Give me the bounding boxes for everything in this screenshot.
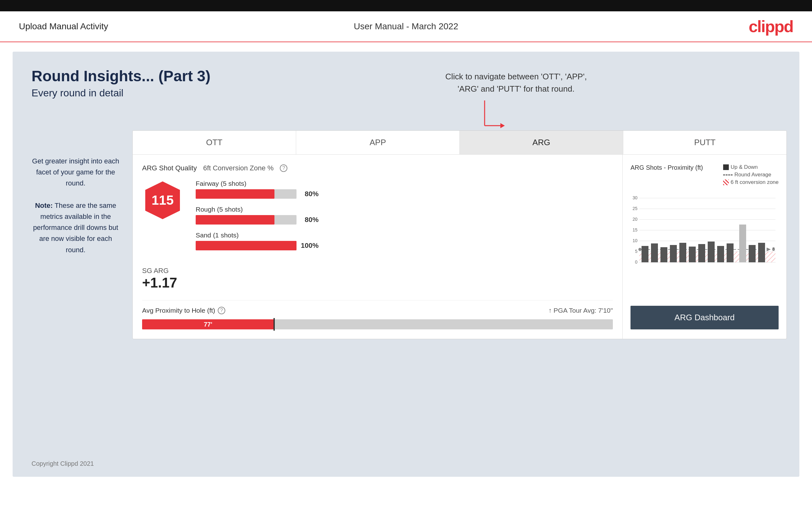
shot-quality-label: ARG Shot Quality (142, 164, 197, 172)
description-text1: Get greater insight into each facet of y… (32, 157, 119, 187)
note-label: Note: (35, 202, 53, 210)
svg-text:0: 0 (635, 260, 638, 265)
svg-rect-32 (717, 246, 724, 262)
main-content: Round Insights... (Part 3) Every round i… (13, 52, 799, 477)
bar-rough-label: Rough (5 shots) (196, 206, 613, 213)
svg-point-21 (639, 248, 642, 251)
bar-sand-percent: 100% (301, 241, 318, 250)
pga-avg: ↑ PGA Tour Avg: 7'10" (549, 307, 613, 314)
footer-copyright: Copyright Clippd 2021 (32, 460, 94, 467)
sg-value: +1.17 (142, 275, 613, 291)
avg-label: Round Average (734, 172, 771, 178)
bar-sand-label: Sand (1 shots) (196, 231, 613, 239)
svg-rect-33 (727, 243, 733, 262)
right-panel: ARG Shots - Proximity (ft) Up & Down Rou… (623, 155, 786, 339)
avg-icon (723, 174, 732, 175)
upload-manual-activity-label: Upload Manual Activity (19, 21, 108, 32)
nav-hint-line2: 'ARG' and 'PUTT' for that round. (445, 83, 587, 95)
svg-rect-27 (670, 245, 677, 262)
svg-text:30: 30 (632, 195, 638, 200)
bar-fairway-percent: 80% (305, 190, 318, 198)
card-body: ARG Shot Quality 6ft Conversion Zone % ?… (133, 155, 786, 339)
arg-dashboard-button[interactable]: ARG Dashboard (630, 306, 778, 329)
svg-rect-30 (698, 244, 705, 262)
chart-title: ARG Shots - Proximity (ft) (630, 164, 703, 171)
tab-app[interactable]: APP (296, 131, 460, 154)
left-panel: ARG Shot Quality 6ft Conversion Zone % ?… (133, 155, 623, 339)
proximity-track: 77' (142, 319, 613, 329)
tab-arg[interactable]: ARG (460, 131, 623, 154)
svg-marker-2 (500, 123, 505, 128)
svg-text:5: 5 (635, 249, 638, 254)
hex-value: 115 (152, 193, 173, 208)
proximity-label: Avg Proximity to Hole (ft) (142, 307, 215, 314)
svg-text:10: 10 (632, 238, 638, 243)
updown-label: Up & Down (731, 164, 758, 170)
svg-rect-29 (689, 246, 696, 262)
updown-icon (723, 164, 729, 170)
proximity-cursor (273, 318, 275, 331)
svg-rect-24 (642, 246, 649, 262)
tab-bar: OTT APP ARG PUTT (133, 131, 786, 155)
proximity-value: 77' (204, 321, 212, 328)
nav-hint: Click to navigate between 'OTT', 'APP', … (445, 70, 587, 95)
sg-label: SG ARG (142, 267, 613, 275)
sg-section: SG ARG +1.17 (142, 267, 613, 291)
panel-header: ARG Shot Quality 6ft Conversion Zone % ? (142, 164, 613, 172)
svg-text:20: 20 (632, 217, 638, 222)
top-bar (0, 0, 812, 11)
main-card: OTT APP ARG PUTT ARG Shot Quality 6ft Co… (132, 130, 787, 339)
svg-rect-25 (651, 243, 658, 262)
page-title: Round Insights... (Part 3) (32, 67, 780, 85)
legend-conversion: 6 ft conversion zone (723, 179, 778, 185)
help-icon[interactable]: ? (280, 164, 287, 172)
hexagon-score: 115 (142, 180, 183, 221)
bar-rough-percent: 80% (305, 216, 318, 224)
proximity-help-icon[interactable]: ? (218, 307, 225, 314)
bar-fairway-label: Fairway (5 shots) (196, 180, 613, 187)
svg-text:15: 15 (632, 227, 638, 232)
header: Upload Manual Activity User Manual - Mar… (0, 11, 812, 42)
proximity-header: Avg Proximity to Hole (ft) ? ↑ PGA Tour … (142, 307, 613, 314)
bar-rough: Rough (5 shots) 80% (196, 206, 613, 226)
left-description: Get greater insight into each facet of y… (32, 156, 120, 256)
hex-area: 115 Fairway (5 shots) 80% (142, 180, 613, 257)
proximity-section: Avg Proximity to Hole (ft) ? ↑ PGA Tour … (142, 300, 613, 329)
svg-rect-35 (749, 245, 756, 262)
bar-sand: Sand (1 shots) 100% (196, 231, 613, 251)
legend-updown: Up & Down (723, 164, 778, 170)
manual-title: User Manual - March 2022 (354, 21, 458, 32)
svg-rect-28 (679, 243, 686, 262)
svg-rect-36 (758, 243, 765, 262)
svg-marker-22 (767, 247, 771, 251)
proximity-chart: 30 25 20 15 10 5 0 (630, 193, 782, 269)
nav-hint-line1: Click to navigate between 'OTT', 'APP', (445, 70, 587, 83)
chart-area: 30 25 20 15 10 5 0 (630, 193, 778, 301)
conversion-icon (723, 179, 729, 185)
bar-fairway: Fairway (5 shots) 80% (196, 180, 613, 200)
chart-legend: Up & Down Round Average 6 ft conversion … (723, 164, 778, 187)
svg-text:8: 8 (772, 246, 775, 251)
svg-rect-26 (660, 247, 667, 262)
svg-rect-31 (708, 241, 715, 262)
page-subtitle: Every round in detail (32, 87, 780, 99)
conversion-zone-label: 6ft Conversion Zone % (203, 164, 274, 172)
svg-text:25: 25 (632, 206, 638, 211)
conversion-label: 6 ft conversion zone (731, 179, 778, 185)
clippd-logo: clippd (749, 17, 793, 36)
legend-avg: Round Average (723, 172, 778, 178)
chart-header: ARG Shots - Proximity (ft) Up & Down Rou… (630, 164, 778, 187)
shot-quality-bars: Fairway (5 shots) 80% Rough (5 shots) (196, 180, 613, 257)
tab-ott[interactable]: OTT (133, 131, 296, 154)
tab-putt[interactable]: PUTT (623, 131, 786, 154)
svg-rect-34 (739, 225, 746, 262)
proximity-fill: 77' (142, 319, 274, 329)
